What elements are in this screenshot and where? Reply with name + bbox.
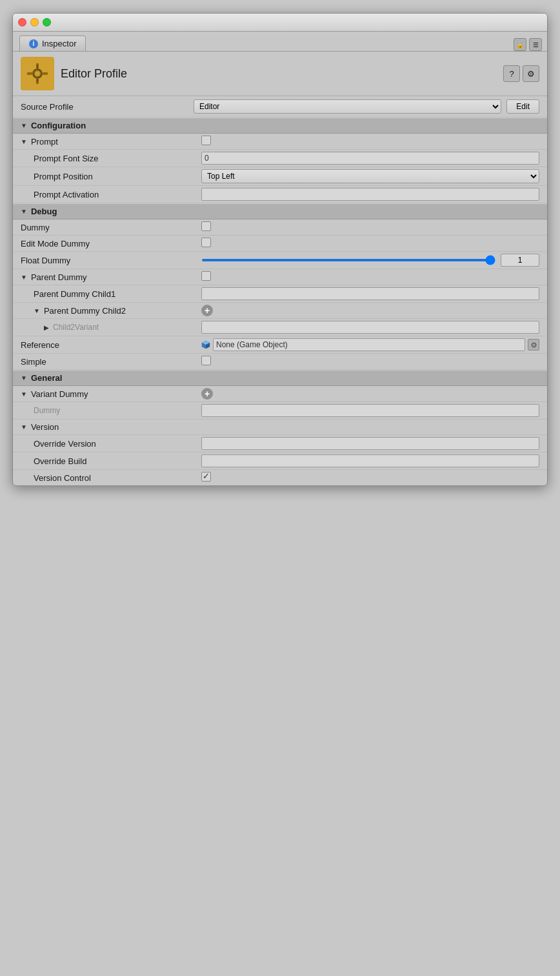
- parent-dummy-checkbox[interactable]: [201, 271, 211, 281]
- variant-dummy-child-input[interactable]: [201, 404, 539, 417]
- source-profile-row: Source Profile Editor Edit: [13, 96, 547, 117]
- override-version-input[interactable]: [201, 437, 539, 450]
- variant-dummy-row: ▼ Variant Dummy +: [13, 386, 547, 402]
- parent-dummy-row: ▼ Parent Dummy: [13, 269, 547, 285]
- parent-dummy-child2-triangle[interactable]: ▼: [34, 307, 40, 314]
- prompt-activation-field: [201, 188, 539, 201]
- prompt-field: [201, 136, 539, 147]
- prompt-row: ▼ Prompt: [13, 134, 547, 150]
- parent-dummy-child2-row: ▼ Parent Dummy Child2 +: [13, 303, 547, 319]
- reference-field-container: ⊙: [201, 338, 539, 351]
- debug-section-header[interactable]: ▼ Debug: [13, 203, 547, 219]
- maximize-button[interactable]: [43, 18, 51, 26]
- configuration-triangle: ▼: [21, 122, 27, 129]
- title-bar: [13, 14, 547, 32]
- parent-dummy-label-container: ▼ Parent Dummy: [21, 272, 201, 282]
- source-profile-label: Source Profile: [21, 102, 188, 112]
- float-dummy-value[interactable]: [501, 254, 539, 267]
- override-version-row: Override Version: [13, 435, 547, 452]
- edit-mode-dummy-label: Edit Mode Dummy: [21, 239, 201, 249]
- settings-icon: ⚙: [527, 69, 535, 79]
- parent-dummy-child1-input[interactable]: [201, 287, 539, 300]
- profile-icon: [21, 57, 54, 90]
- parent-dummy-child2-label: Parent Dummy Child2: [44, 306, 126, 316]
- traffic-lights: [18, 18, 51, 26]
- menu-icon[interactable]: ☰: [529, 38, 542, 51]
- general-label: General: [31, 373, 62, 383]
- cube-icon: [201, 340, 210, 349]
- variant-dummy-field: +: [201, 388, 539, 400]
- prompt-font-size-row: Prompt Font Size: [13, 150, 547, 167]
- parent-dummy-child2-field: +: [201, 305, 539, 316]
- edit-mode-dummy-field: [201, 238, 539, 249]
- parent-dummy-triangle[interactable]: ▼: [21, 274, 27, 281]
- lock-icon[interactable]: 🔒: [514, 38, 526, 51]
- profile-title: Editor Profile: [61, 67, 497, 81]
- tab-icon: i: [29, 39, 38, 48]
- reference-input[interactable]: [213, 338, 525, 351]
- child2-variant-row: ▶ Child2Variant: [13, 319, 547, 336]
- dummy-checkbox[interactable]: [201, 221, 211, 231]
- minimize-button[interactable]: [30, 18, 39, 26]
- prompt-checkbox[interactable]: [201, 136, 211, 145]
- prompt-position-select[interactable]: Top Left Top Right Bottom Left Bottom Ri…: [201, 169, 539, 183]
- edit-button[interactable]: Edit: [506, 99, 539, 114]
- variant-dummy-child-label: Dummy: [21, 406, 201, 415]
- help-button[interactable]: ?: [503, 65, 520, 82]
- edit-mode-dummy-checkbox[interactable]: [201, 238, 211, 247]
- override-build-label: Override Build: [21, 456, 201, 466]
- child2-variant-field: [201, 321, 539, 334]
- version-control-checkbox[interactable]: [201, 472, 211, 482]
- parent-dummy-child1-field: [201, 287, 539, 300]
- simple-field: [201, 356, 539, 367]
- prompt-activation-input[interactable]: [201, 188, 539, 201]
- version-label: Version: [31, 422, 59, 432]
- child2-variant-label-container: ▶ Child2Variant: [21, 323, 201, 332]
- override-version-label: Override Version: [21, 439, 201, 449]
- debug-label: Debug: [31, 207, 57, 216]
- child2-variant-input[interactable]: [201, 321, 539, 334]
- prompt-triangle[interactable]: ▼: [21, 138, 27, 145]
- variant-dummy-label: Variant Dummy: [31, 389, 88, 399]
- override-build-input[interactable]: [201, 454, 539, 467]
- svg-point-5: [35, 71, 40, 76]
- inspector-header: Editor Profile ? ⚙: [13, 52, 547, 96]
- float-dummy-row: Float Dummy: [13, 252, 547, 269]
- variant-dummy-label-container: ▼ Variant Dummy: [21, 389, 201, 399]
- prompt-label-container: ▼ Prompt: [21, 137, 201, 147]
- simple-row: Simple: [13, 354, 547, 370]
- child2-variant-triangle[interactable]: ▶: [44, 324, 49, 331]
- parent-dummy-label: Parent Dummy: [31, 272, 87, 282]
- close-button[interactable]: [18, 18, 26, 26]
- simple-checkbox[interactable]: [201, 356, 211, 365]
- float-dummy-slider[interactable]: [201, 259, 495, 261]
- version-control-field: [201, 472, 539, 483]
- variant-dummy-triangle[interactable]: ▼: [21, 391, 27, 398]
- child2-add-button[interactable]: +: [201, 305, 213, 316]
- version-triangle[interactable]: ▼: [21, 423, 27, 431]
- reference-picker-button[interactable]: ⊙: [528, 339, 539, 351]
- prompt-font-size-label: Prompt Font Size: [21, 154, 201, 163]
- variant-dummy-child-row: Dummy: [13, 402, 547, 420]
- float-dummy-label: Float Dummy: [21, 256, 201, 265]
- svg-rect-4: [43, 72, 48, 75]
- tab-actions: 🔒 ☰: [514, 38, 547, 51]
- simple-label: Simple: [21, 357, 201, 367]
- parent-dummy-child1-label: Parent Dummy Child1: [21, 289, 201, 299]
- general-section-header[interactable]: ▼ General: [13, 370, 547, 386]
- version-control-label: Version Control: [21, 473, 201, 483]
- version-control-row: Version Control: [13, 470, 547, 485]
- float-dummy-slider-container: [201, 254, 539, 267]
- variant-dummy-add-button[interactable]: +: [201, 388, 213, 400]
- prompt-font-size-input[interactable]: [201, 152, 539, 165]
- settings-button[interactable]: ⚙: [523, 65, 539, 82]
- reference-label: Reference: [21, 340, 201, 350]
- version-label-container: ▼ Version: [21, 422, 201, 432]
- svg-rect-3: [27, 72, 32, 75]
- reference-field: ⊙: [201, 338, 539, 351]
- source-profile-select[interactable]: Editor: [194, 99, 501, 114]
- configuration-section-header[interactable]: ▼ Configuration: [13, 117, 547, 134]
- parent-dummy-child2-label-container: ▼ Parent Dummy Child2: [21, 306, 201, 316]
- inspector-tab[interactable]: i Inspector: [19, 36, 86, 51]
- parent-dummy-child1-row: Parent Dummy Child1: [13, 285, 547, 303]
